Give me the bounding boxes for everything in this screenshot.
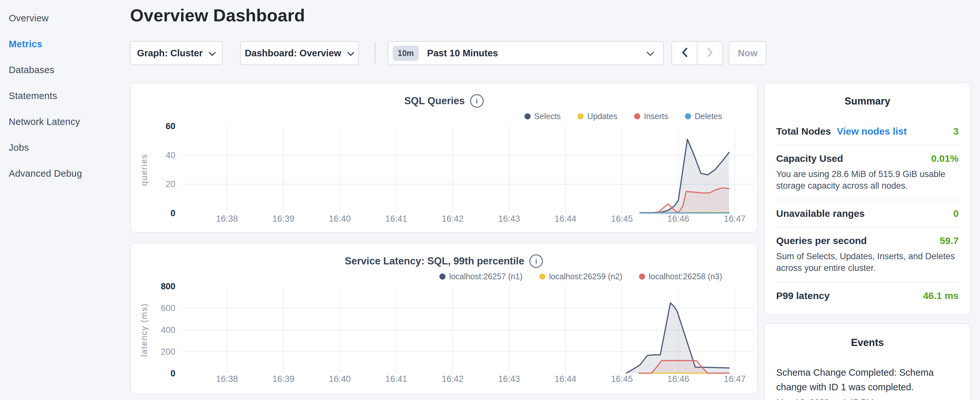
legend-dot [578, 113, 584, 120]
svg-text:0: 0 [170, 209, 175, 218]
sidebar-item-network-latency[interactable]: Network Latency [0, 109, 129, 135]
svg-text:20: 20 [165, 179, 175, 189]
divider [776, 200, 959, 200]
dashboard-dropdown[interactable]: Dashboard: Overview [240, 41, 359, 65]
svg-text:16:41: 16:41 [385, 214, 407, 224]
now-button[interactable]: Now [729, 41, 767, 65]
controls-bar: Graph: Cluster Dashboard: Overview 10m P… [0, 41, 980, 65]
summary-value: 0.01% [931, 153, 959, 164]
sidebar-item-jobs[interactable]: Jobs [0, 135, 129, 161]
svg-text:60: 60 [165, 121, 175, 131]
graph-dropdown-label: Graph: Cluster [137, 48, 202, 59]
svg-text:16:45: 16:45 [611, 214, 633, 224]
info-icon[interactable]: i [529, 254, 543, 268]
summary-row-unavailable-ranges: Unavailable ranges 0 [776, 208, 959, 219]
summary-row-qps: Queries per second 59.7 [776, 235, 959, 246]
event-timestamp: May 13, 2020 at 4:45 PM [776, 398, 959, 400]
summary-value: 0 [953, 208, 959, 219]
summary-row-capacity: Capacity Used 0.01% [776, 153, 959, 164]
summary-title: Summary [776, 96, 959, 107]
svg-text:16:44: 16:44 [555, 374, 576, 384]
sql-queries-chart[interactable]: 020406016:3816:3916:4016:4116:4216:4316:… [131, 120, 758, 233]
svg-text:16:43: 16:43 [498, 374, 520, 384]
legend-dot [685, 113, 691, 120]
svg-text:200: 200 [161, 347, 175, 357]
summary-row-p99-latency: P99 latency 46.1 ms [776, 290, 959, 301]
summary-panel: Summary Total Nodes View nodes list 3 Ca… [764, 83, 971, 315]
svg-text:latency (ms): latency (ms) [139, 303, 149, 357]
chart-title: SQL Queries [404, 95, 465, 107]
summary-label: Total Nodes [776, 126, 831, 137]
sidebar-item-statements[interactable]: Statements [0, 83, 129, 109]
chevron-down-icon [646, 48, 654, 59]
svg-text:800: 800 [161, 282, 175, 291]
sidebar-item-advanced-debug[interactable]: Advanced Debug [0, 161, 129, 186]
summary-subtext: Sum of Selects, Updates, Inserts, and De… [776, 251, 959, 274]
event-text: Schema Change Completed: Schema change w… [776, 365, 959, 395]
time-range-label: Past 10 Minutes [427, 48, 498, 59]
divider [776, 227, 959, 228]
svg-text:16:39: 16:39 [272, 374, 294, 384]
svg-text:16:46: 16:46 [667, 214, 689, 224]
svg-text:16:47: 16:47 [724, 214, 746, 224]
svg-text:16:42: 16:42 [442, 214, 464, 224]
service-latency-chart[interactable]: 020040060080016:3816:3916:4016:4116:4216… [131, 280, 758, 394]
svg-text:16:39: 16:39 [272, 214, 294, 224]
sql-queries-chart-card: SQL Queries i SelectsUpdatesInsertsDelet… [130, 83, 758, 233]
view-nodes-list-link[interactable]: View nodes list [837, 126, 907, 137]
chevron-down-icon [347, 48, 354, 59]
chevron-right-icon [707, 48, 713, 59]
dashboard-dropdown-label: Dashboard: Overview [245, 48, 341, 59]
chevron-down-icon [209, 48, 216, 59]
summary-label: Capacity Used [776, 153, 843, 164]
summary-value: 3 [953, 126, 959, 137]
divider [776, 145, 959, 145]
summary-label: P99 latency [776, 290, 830, 301]
svg-text:16:38: 16:38 [216, 374, 238, 384]
svg-text:16:38: 16:38 [216, 214, 238, 224]
divider [776, 282, 959, 282]
page-title: Overview Dashboard [130, 5, 305, 25]
summary-row-total-nodes: Total Nodes View nodes list 3 [776, 126, 959, 137]
svg-text:400: 400 [161, 325, 175, 335]
svg-text:16:40: 16:40 [329, 214, 351, 224]
svg-text:16:47: 16:47 [724, 374, 746, 384]
svg-text:16:46: 16:46 [667, 374, 689, 384]
time-range-badge: 10m [393, 46, 418, 61]
summary-label: Unavailable ranges [776, 208, 864, 219]
summary-value: 59.7 [940, 235, 959, 246]
svg-text:0: 0 [170, 369, 175, 378]
time-nav-group [671, 41, 723, 65]
time-prev-button[interactable] [672, 42, 698, 64]
svg-text:16:40: 16:40 [329, 374, 351, 384]
chevron-left-icon [682, 48, 687, 59]
legend-dot [634, 113, 640, 120]
legend-dot [525, 113, 531, 120]
time-range-dropdown[interactable]: 10m Past 10 Minutes [388, 41, 664, 65]
time-next-button[interactable] [698, 42, 722, 64]
svg-text:16:43: 16:43 [498, 214, 520, 224]
controls-divider [375, 42, 375, 64]
summary-label: Queries per second [776, 235, 867, 246]
events-panel: Events Schema Change Completed: Schema c… [764, 323, 971, 400]
legend-dot [539, 274, 546, 280]
svg-text:16:44: 16:44 [555, 214, 576, 224]
summary-value: 46.1 ms [923, 290, 959, 301]
chart-title: Service Latency: SQL, 99th percentile [345, 255, 525, 267]
svg-text:16:41: 16:41 [385, 374, 407, 384]
service-latency-chart-card: Service Latency: SQL, 99th percentile i … [130, 243, 758, 394]
event-list-item[interactable]: Schema Change Completed: Schema change w… [776, 365, 959, 400]
svg-text:queries: queries [139, 154, 149, 186]
svg-text:16:42: 16:42 [442, 374, 464, 384]
info-icon[interactable]: i [470, 94, 484, 108]
svg-text:600: 600 [161, 303, 175, 313]
events-title: Events [776, 337, 959, 349]
svg-text:16:45: 16:45 [611, 374, 633, 384]
sidebar-item-overview[interactable]: Overview [0, 5, 129, 31]
svg-text:40: 40 [165, 150, 175, 160]
graph-dropdown[interactable]: Graph: Cluster [130, 41, 223, 65]
admin-ui-page: Overview Metrics Databases Statements Ne… [0, 0, 980, 400]
summary-subtext: You are using 28.6 MiB of 515.9 GiB usab… [776, 169, 959, 192]
legend-dot [439, 274, 445, 280]
legend-dot [639, 274, 645, 280]
